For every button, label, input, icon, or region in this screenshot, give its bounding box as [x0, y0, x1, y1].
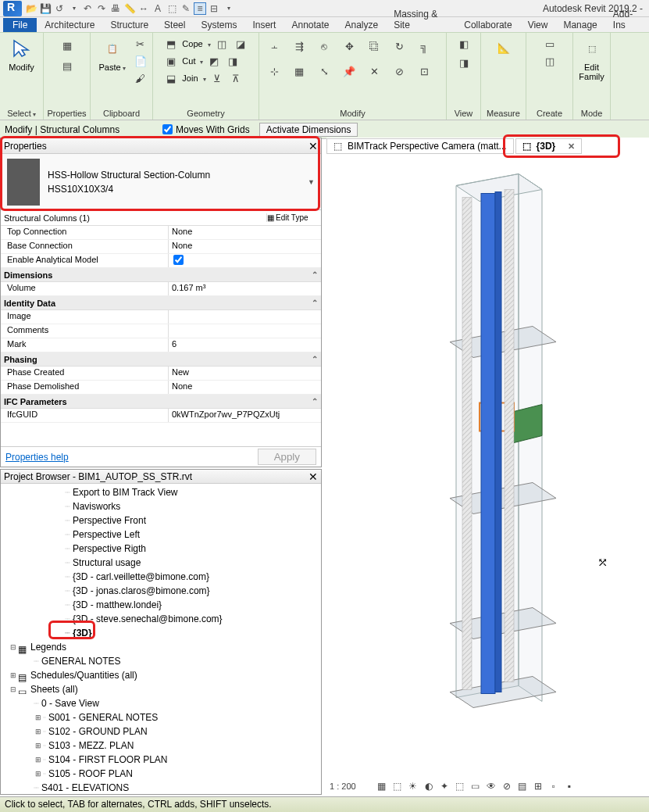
create2-icon[interactable]: ◫ [542, 53, 558, 69]
copy-mod-icon[interactable]: ⿻ [364, 36, 384, 56]
edit-family-button[interactable]: ⬚Edit Family [575, 36, 609, 81]
tree-item[interactable]: ┈┈Navisworks [4, 499, 318, 513]
grp-phasing[interactable]: Phasing [4, 355, 37, 364]
tree-legends[interactable]: ⊟▦Legends [4, 640, 318, 654]
tree-item[interactable]: ⊞┈S105 - ROOF PLAN [4, 767, 318, 781]
3d-view[interactable]: 1 : 200 ▦ ⬚ ☀ ◐ ✦ ⬚ ▭ 👁 ⊘ ▤ ⊞ ▫ ▪ [323, 155, 649, 795]
type-selector[interactable]: HSS-Hollow Structural Section-Column HSS… [1, 154, 321, 210]
prop-comments-val[interactable] [169, 324, 321, 338]
reveal-icon[interactable]: ▤ [517, 781, 528, 792]
move-icon[interactable]: ✥ [339, 36, 359, 56]
prop-mark-val[interactable]: 6 [169, 338, 321, 352]
grp-dimensions[interactable]: Dimensions [4, 270, 52, 280]
section-icon[interactable]: ✎ [180, 2, 192, 15]
measure-icon[interactable]: 📏 [123, 2, 136, 15]
tab-structure[interactable]: Structure [102, 18, 156, 32]
tree-item[interactable]: ┈┈{3D - jonas.claros@bimone.com} [4, 584, 318, 598]
tab-systems[interactable]: Systems [193, 18, 244, 32]
worksharing-icon[interactable]: ⊞ [533, 781, 544, 792]
tree-item[interactable]: ⊞┈S104 - FIRST FLOOR PLAN [4, 753, 318, 767]
dim-icon[interactable]: ↔ [137, 2, 150, 15]
grp-icon[interactable]: ⊡ [414, 61, 434, 81]
qat-dd[interactable] [222, 2, 234, 15]
tree-item[interactable]: ┈┈S401 - ELEVATIONS [4, 781, 318, 794]
jn2-icon[interactable]: ⊻ [209, 70, 225, 86]
cg3-icon[interactable]: ◨ [225, 53, 241, 69]
offset-icon[interactable]: ⇶ [289, 36, 309, 56]
modify-button[interactable]: Modify [5, 36, 39, 72]
type-prop-icon[interactable]: ▦ [56, 36, 78, 55]
tree-item[interactable]: ┈┈{3D - matthew.londei} [4, 598, 318, 612]
detail-level-icon[interactable]: ▦ [376, 781, 387, 792]
tree-item[interactable]: ┈┈Structural usage [4, 556, 318, 570]
tree-item[interactable]: ┈┈Export to BIM Track View [4, 485, 318, 499]
jn3-icon[interactable]: ⊼ [228, 70, 244, 86]
edit-type-button[interactable]: ▦Edit Type [266, 213, 321, 222]
tree-item[interactable]: ┈┈Perspective Rigth [4, 542, 318, 556]
enable-analytical-check[interactable] [173, 255, 184, 265]
v1-icon[interactable]: ◧ [456, 36, 472, 52]
prop-base-conn-val[interactable]: None [169, 240, 321, 253]
inst-prop-icon[interactable]: ▤ [56, 56, 78, 75]
view-tab-bimtrack[interactable]: ⬚ BIMTrack Perspective Camera (matt... [326, 138, 514, 154]
scale-icon[interactable]: ⤡ [314, 61, 334, 81]
tab-steel[interactable]: Steel [156, 18, 193, 32]
activate-dimensions-button[interactable]: Activate Dimensions [259, 123, 358, 137]
view-scale[interactable]: 1 : 200 [330, 782, 356, 791]
copy-icon[interactable]: 📄 [133, 53, 148, 69]
prop-image-val[interactable] [169, 310, 321, 324]
visual-style-icon[interactable]: ⬚ [392, 781, 403, 792]
tab-view[interactable]: View [520, 18, 556, 32]
array-icon[interactable]: ▦ [289, 61, 309, 81]
unpin-icon[interactable]: ✕ [364, 61, 384, 81]
undo-icon[interactable]: ↶ [81, 2, 94, 15]
tree-item[interactable]: ┈┈Perspective Front [4, 513, 318, 528]
tab-file[interactable]: File [3, 18, 37, 32]
open-icon[interactable]: 📂 [25, 2, 37, 15]
notch2-icon[interactable]: ◪ [233, 36, 248, 52]
pin-icon[interactable]: 📌 [339, 61, 359, 81]
prop-phase-created-val[interactable]: New [169, 367, 321, 380]
text-icon[interactable]: A [152, 2, 164, 15]
moves-with-grids-check[interactable]: Moves With Grids [162, 124, 250, 135]
tree-item[interactable]: ┈┈{3D - steve.senechal@bimone.com} [4, 612, 318, 626]
notch-icon[interactable]: ◫ [214, 36, 230, 52]
tree-item[interactable]: ┈┈GENERAL NOTES [4, 654, 318, 668]
tree-item[interactable]: ⊞┈S103 - MEZZ. PLAN [4, 739, 318, 753]
vc1-icon[interactable]: ▫ [548, 781, 559, 792]
create1-icon[interactable]: ▭ [542, 36, 558, 52]
crop-vis-icon[interactable]: ▭ [470, 781, 481, 792]
3d-icon[interactable]: ⬚ [166, 2, 178, 15]
close-props-icon[interactable]: ✕ [308, 140, 318, 152]
join-icon[interactable]: ⬓ [163, 70, 179, 86]
temp-hide-icon[interactable]: ⊘ [501, 781, 512, 792]
cg2-icon[interactable]: ◩ [206, 53, 222, 69]
type-dropdown-icon[interactable]: ▼ [308, 178, 315, 186]
properties-help-link[interactable]: Properties help [5, 452, 69, 463]
mirror-icon[interactable]: ⎋ [314, 36, 334, 56]
redo-icon[interactable]: ↷ [95, 2, 108, 15]
close-tab-icon[interactable]: ✕ [568, 141, 575, 152]
tree-item[interactable]: ┈┈0 - Save View [4, 696, 318, 710]
save-icon[interactable]: 💾 [39, 2, 52, 15]
instance-selector[interactable]: Structural Columns (1) [1, 213, 266, 223]
tree-sheets[interactable]: ⊟▭Sheets (all) [4, 682, 318, 696]
tree-item[interactable]: ┈┈Perspective Left [4, 528, 318, 542]
trim-icon[interactable]: ╗ [414, 36, 434, 56]
cut-icon[interactable]: ✂ [133, 36, 148, 52]
tree-item[interactable]: ┈┈{3D - carl.veillette@bimone.com} [4, 570, 318, 584]
grp-ifc[interactable]: IFC Parameters [4, 397, 67, 406]
del-icon[interactable]: ⊘ [389, 61, 409, 81]
moves-checkbox[interactable] [162, 124, 173, 134]
render-icon[interactable]: ✦ [439, 781, 450, 792]
unhide-icon[interactable]: 👁 [486, 781, 497, 792]
tab-analyze[interactable]: Analyze [337, 18, 387, 32]
select-label[interactable]: Select [7, 109, 36, 118]
rotate-icon[interactable]: ↻ [389, 36, 409, 56]
tab-architecture[interactable]: Architecture [37, 18, 102, 32]
vc2-icon[interactable]: ▪ [564, 781, 575, 792]
tree-item[interactable]: ⊞┈S102 - GROUND PLAN [4, 724, 318, 739]
measure-icon2[interactable]: 📐 [492, 36, 515, 59]
paste-button[interactable]: 📋Paste [95, 36, 130, 72]
tab-insert[interactable]: Insert [244, 18, 283, 32]
